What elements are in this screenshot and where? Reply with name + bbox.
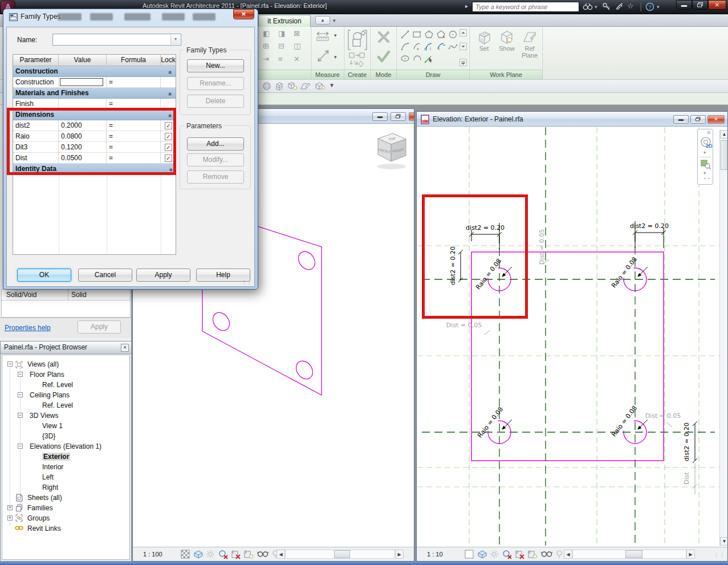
group-header-construction[interactable]: Construction« — [13, 66, 176, 77]
draw-partial-ellipse-icon[interactable] — [412, 54, 422, 63]
draw-fillet-arc-icon[interactable] — [436, 42, 446, 51]
elevation-title-bar[interactable]: RVT Elevation: Exterior - Painel.rfa ▬ ✕ — [417, 112, 727, 127]
plane-pencil-icon[interactable] — [300, 82, 311, 91]
zoom-caret-icon[interactable]: ▾ — [703, 170, 706, 176]
infocenter-toggle-icon[interactable]: ▸ — [465, 3, 468, 9]
name-combobox[interactable]: ▾ — [52, 34, 181, 46]
unpin-icon[interactable]: ⊠ — [294, 30, 300, 37]
dist-left-label[interactable]: Dist = 0.05 — [446, 322, 482, 329]
tree-expander-minus-icon[interactable]: − — [18, 372, 23, 377]
tree-item-ref-level[interactable]: Ref. Level — [2, 400, 129, 410]
favorites-star-icon[interactable]: ☆ — [627, 2, 634, 10]
new-type-button[interactable]: New... — [187, 59, 244, 72]
crop-visibility-icon[interactable] — [243, 550, 254, 559]
properties-apply-button[interactable]: Apply — [78, 320, 121, 334]
hscroll-track[interactable] — [572, 550, 686, 559]
tree-expander-minus-icon[interactable]: − — [18, 444, 23, 449]
navbar-more-icon[interactable]: ⌃⌃ — [703, 177, 710, 182]
draw-ellipse-icon[interactable] — [400, 54, 410, 63]
resize-grip[interactable]: ⋮⋮ — [714, 552, 725, 558]
column-header-lock[interactable]: Lock — [161, 55, 176, 66]
dialog-close-button[interactable]: ✕ — [233, 9, 254, 19]
elevation-restore-button[interactable] — [690, 115, 706, 124]
tree-item-interior[interactable]: Interior — [2, 462, 129, 472]
column-header-formula[interactable]: Formula — [107, 55, 161, 66]
load-into-project-icon[interactable] — [349, 60, 365, 68]
rename-type-button[interactable]: Rename... — [187, 77, 244, 90]
draw-pick-lines-icon[interactable] — [424, 54, 434, 63]
mirror-icon[interactable]: ⊞ — [263, 42, 269, 50]
grid-icon[interactable] — [275, 82, 284, 91]
tree-item-3d-views[interactable]: − 3D Views — [2, 410, 129, 421]
ribbon-collapse-caret-icon[interactable]: ▾ — [333, 18, 336, 23]
communication-center-icon[interactable] — [615, 2, 624, 11]
vscroll-down-arrow[interactable]: ▼ — [720, 537, 728, 546]
add-parameter-button[interactable]: Add... — [187, 137, 244, 151]
vscroll-track[interactable]: ▲ ▼ — [719, 130, 728, 546]
viewcube[interactable]: TOP FRONT RIGHT — [370, 131, 411, 172]
tree-item-right[interactable]: Right — [2, 482, 129, 493]
dim-top-right[interactable]: dist2 = 0.20 — [630, 222, 669, 230]
view3d-restore-button[interactable] — [391, 112, 406, 121]
help-icon[interactable]: ? — [645, 2, 654, 11]
remove-parameter-button[interactable]: Remove — [187, 170, 244, 184]
dist-right-label[interactable]: Dist = 0.05 — [645, 412, 681, 420]
construction-value-input[interactable] — [60, 78, 103, 86]
hscroll-left-arrow[interactable]: ◀ — [276, 550, 285, 559]
hscroll-thumb[interactable] — [334, 550, 350, 558]
dim-right[interactable]: dist2 = 0.20 — [683, 422, 690, 461]
create-similar-icon[interactable] — [349, 52, 365, 59]
trim-icon[interactable]: ⇥ — [263, 55, 269, 63]
show-work-plane-button[interactable]: Show — [496, 30, 518, 52]
project-browser-title[interactable]: Painel.rfa - Project Browser — [1, 342, 131, 354]
pin-icon[interactable]: ◫ — [294, 42, 300, 50]
tree-item-views[interactable]: − Views (all) — [2, 359, 129, 369]
draw-start-end-arc-icon[interactable] — [400, 42, 410, 51]
cancel-button[interactable]: Cancel — [78, 269, 132, 282]
group-header-materials[interactable]: Materials and Finishes« — [13, 88, 176, 99]
search-input[interactable] — [472, 2, 579, 12]
column-header-value[interactable]: Value — [59, 55, 107, 66]
tree-item-3d[interactable]: {3D} — [2, 431, 129, 441]
delete-type-button[interactable]: Delete — [187, 95, 244, 108]
finish-sketch-check-icon[interactable] — [377, 50, 391, 63]
modify-parameter-button[interactable]: Modify... — [187, 153, 244, 166]
measure-diagonal-icon[interactable] — [316, 48, 331, 63]
shadows-icon[interactable] — [490, 550, 499, 559]
tree-item-view-1[interactable]: View 1 — [2, 421, 129, 431]
property-value[interactable]: Solid — [71, 291, 87, 299]
navbar-close-icon[interactable]: ✕ — [706, 130, 711, 136]
shadows-icon[interactable] — [206, 550, 215, 559]
raio-label-bl[interactable]: Raio = 0.08 — [476, 405, 505, 439]
measure-diagonal-caret-icon[interactable]: ▾ — [334, 54, 337, 60]
tree-expander-minus-icon[interactable]: − — [18, 413, 23, 418]
draw-line-icon[interactable] — [400, 30, 410, 39]
tree-item-groups[interactable]: + Groups — [2, 513, 129, 523]
collapse-chevron-icon[interactable]: « — [165, 92, 176, 96]
column-header-parameter[interactable]: Parameter — [13, 55, 59, 66]
parameter-row-construction[interactable]: Construction = — [13, 77, 176, 88]
elevation-minimize-button[interactable]: ▬ — [673, 115, 689, 124]
grid-bulb-icon[interactable] — [287, 82, 298, 91]
draw-center-arc-icon[interactable] — [412, 42, 422, 51]
box-bulb-icon[interactable] — [315, 82, 325, 91]
view3d-minimize-button[interactable]: ▬ — [372, 112, 388, 121]
subscription-key-icon[interactable] — [602, 2, 611, 11]
draw-spline-icon[interactable] — [448, 42, 458, 51]
draw-scroll-up-button[interactable] — [459, 29, 467, 36]
tree-item-sheets[interactable]: Sheets (all) — [2, 493, 129, 503]
view3d-scale[interactable]: 1 : 100 — [143, 551, 162, 558]
properties-help-link[interactable]: Properties help — [5, 324, 51, 332]
tree-expander-minus-icon[interactable]: − — [18, 392, 23, 397]
project-browser-close-icon[interactable]: ✕ — [121, 344, 129, 352]
crop-region-icon[interactable] — [231, 550, 241, 559]
draw-rectangle-icon[interactable] — [412, 30, 422, 39]
measure-between-refs-icon[interactable] — [316, 30, 331, 42]
detail-level-icon[interactable] — [465, 550, 474, 559]
delete-icon[interactable]: ✕ — [294, 55, 300, 63]
cancel-sketch-x-icon[interactable] — [377, 30, 391, 44]
visual-style-icon[interactable] — [477, 550, 487, 559]
draw-inscribed-polygon-icon[interactable] — [424, 30, 434, 39]
create-group-icon[interactable] — [347, 29, 368, 51]
hscroll-right-arrow[interactable]: ▶ — [395, 550, 404, 559]
